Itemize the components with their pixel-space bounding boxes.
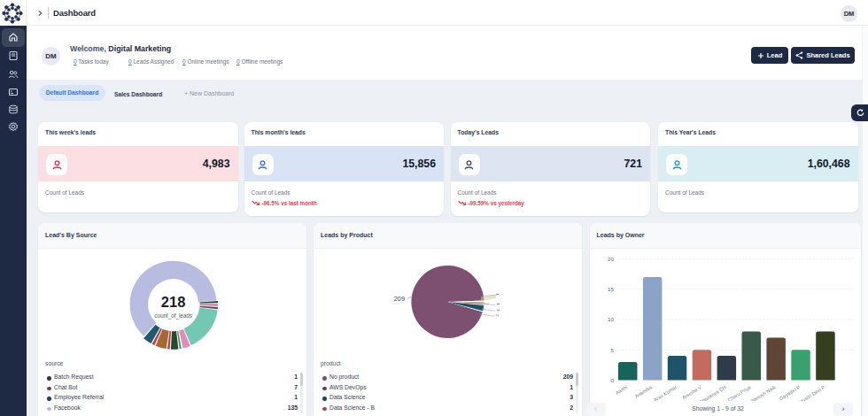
svg-text:Dhanush Naik: Dhanush Naik (747, 384, 776, 401)
svg-text:Chaitanya CH: Chaitanya CH (698, 384, 727, 401)
svg-text:Anamika: Anamika (633, 384, 653, 399)
svg-text:3: 3 (496, 309, 500, 312)
svg-text:20: 20 (608, 256, 614, 262)
svg-text:count_of_leads: count_of_leads (154, 312, 192, 320)
svg-text:Aarthi: Aarthi (614, 384, 628, 396)
svg-text:Gayatri Devi P: Gayatri Devi P (795, 384, 825, 401)
svg-text:Gayathri P: Gayathri P (778, 384, 801, 401)
svg-text:Charu Priya: Charu Priya (726, 384, 752, 401)
svg-text:209: 209 (394, 295, 405, 303)
svg-text:Anusha V: Anusha V (681, 384, 702, 400)
svg-text:218: 218 (161, 294, 186, 310)
svg-text:15: 15 (608, 286, 614, 292)
svg-text:1: 1 (496, 304, 500, 306)
svg-text:Arav Kumar: Arav Kumar (652, 384, 677, 401)
svg-text:10: 10 (608, 316, 614, 322)
svg-text:0: 0 (610, 377, 614, 383)
svg-text:2: 2 (495, 314, 500, 317)
svg-text:5: 5 (610, 347, 614, 353)
